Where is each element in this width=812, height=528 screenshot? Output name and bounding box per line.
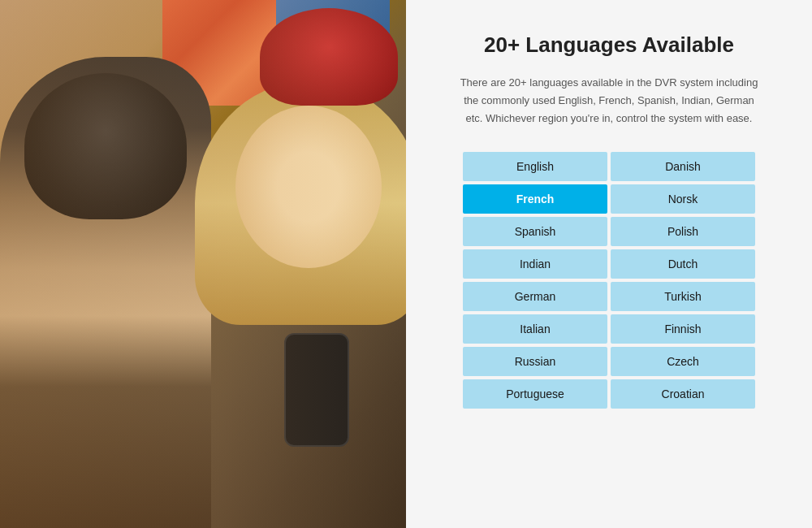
languages-grid: English Danish French Norsk Spanish Poli…: [463, 152, 755, 409]
lang-norsk[interactable]: Norsk: [611, 184, 755, 214]
description-text: There are 20+ languages available in the…: [459, 74, 759, 128]
warm-overlay: [0, 0, 447, 528]
lang-english[interactable]: English: [463, 152, 607, 181]
lang-finnish[interactable]: Finnish: [611, 314, 755, 344]
lang-french[interactable]: French: [463, 184, 607, 214]
lang-turkish[interactable]: Turkish: [611, 282, 755, 311]
lang-italian[interactable]: Italian: [463, 314, 607, 344]
lang-dutch[interactable]: Dutch: [611, 249, 755, 279]
lang-indian[interactable]: Indian: [463, 249, 607, 279]
lang-croatian[interactable]: Croatian: [611, 379, 755, 409]
lang-russian[interactable]: Russian: [463, 347, 607, 376]
lang-danish[interactable]: Danish: [611, 152, 755, 181]
background-photo: [0, 0, 447, 528]
page-title: 20+ Languages Available: [484, 32, 734, 58]
lang-portuguese[interactable]: Portuguese: [463, 379, 607, 409]
lang-polish[interactable]: Polish: [611, 217, 755, 246]
lang-spanish[interactable]: Spanish: [463, 217, 607, 246]
lang-german[interactable]: German: [463, 282, 607, 311]
lang-czech[interactable]: Czech: [611, 347, 755, 376]
right-panel: 20+ Languages Available There are 20+ la…: [406, 0, 812, 528]
